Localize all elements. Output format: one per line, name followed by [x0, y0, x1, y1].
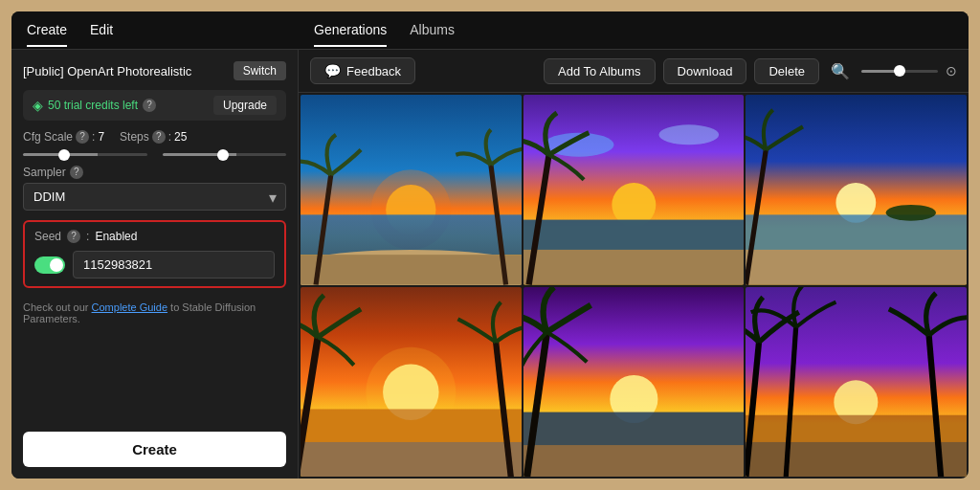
search-icon: 🔍	[831, 63, 850, 79]
add-to-albums-button[interactable]: Add To Albums	[544, 58, 655, 84]
cfg-scale-value: 7	[98, 130, 104, 144]
seed-input[interactable]	[73, 251, 275, 278]
steps-value: 25	[174, 130, 187, 144]
steps-label: Steps ? : 25	[120, 130, 187, 144]
content-toolbar: 💬 Feedback Add To Albums Download Delete…	[299, 50, 969, 93]
sampler-section: Sampler ? DDIM PLMS Euler Euler a	[23, 166, 286, 211]
upgrade-button[interactable]: Upgrade	[213, 96, 277, 115]
seed-input-row	[34, 251, 275, 278]
app-container: Create Edit Generations Albums [Public] …	[11, 11, 969, 479]
svg-rect-24	[301, 409, 522, 447]
svg-rect-13	[523, 250, 745, 285]
credits-icon: ◈	[33, 98, 43, 113]
cfg-slider-row	[23, 153, 286, 156]
svg-rect-25	[301, 441, 522, 477]
steps-slider[interactable]	[163, 153, 287, 156]
image-grid	[299, 93, 969, 479]
svg-point-19	[886, 205, 936, 221]
beach-scene-6	[746, 287, 967, 478]
model-name: [Public] OpenArt Photorealistic	[23, 64, 191, 78]
svg-rect-36	[746, 441, 967, 477]
delete-button[interactable]: Delete	[754, 58, 819, 84]
seed-toggle[interactable]	[34, 256, 65, 274]
svg-point-11	[658, 124, 719, 145]
svg-rect-18	[746, 250, 967, 285]
svg-rect-12	[523, 220, 745, 256]
svg-rect-31	[523, 445, 745, 477]
nav-right: Generations Albums	[299, 14, 969, 47]
feedback-icon: 💬	[324, 63, 341, 78]
svg-rect-30	[523, 412, 745, 447]
nav-left: Create Edit	[11, 14, 299, 47]
sampler-help-icon[interactable]: ?	[70, 166, 83, 179]
sampler-select[interactable]: DDIM PLMS Euler Euler a	[23, 183, 286, 211]
search-icon-button[interactable]: 🔍	[827, 58, 854, 84]
svg-rect-17	[746, 214, 967, 253]
image-item-6[interactable]	[746, 287, 967, 478]
params-row: Cfg Scale ? : 7 Steps ? : 25	[23, 130, 286, 144]
svg-rect-5	[301, 255, 522, 284]
steps-help-icon[interactable]: ?	[152, 130, 166, 144]
beach-scene-5	[523, 287, 745, 478]
seed-label: Seed	[34, 230, 61, 243]
tab-create[interactable]: Create	[27, 14, 67, 47]
top-nav: Create Edit Generations Albums	[11, 11, 969, 50]
svg-rect-3	[301, 214, 522, 255]
beach-scene-4	[301, 287, 522, 478]
tab-albums[interactable]: Albums	[410, 14, 455, 47]
zoom-full-icon[interactable]: ⊙	[946, 63, 957, 78]
sampler-label: Sampler ?	[23, 166, 286, 179]
image-item-5[interactable]	[523, 287, 745, 478]
credits-text: ◈ 50 trial credits left ?	[33, 98, 156, 113]
cfg-scale-label: Cfg Scale ? : 7	[23, 130, 104, 144]
switch-button[interactable]: Switch	[234, 61, 286, 80]
tab-edit[interactable]: Edit	[90, 14, 113, 47]
model-row: [Public] OpenArt Photorealistic Switch	[23, 61, 286, 80]
image-item-1[interactable]	[301, 95, 522, 285]
seed-help-icon[interactable]: ?	[67, 230, 80, 243]
seed-section: Seed ? : Enabled	[23, 220, 286, 288]
main-content: [Public] OpenArt Photorealistic Switch ◈…	[11, 50, 969, 479]
image-item-4[interactable]	[301, 287, 522, 478]
credits-row: ◈ 50 trial credits left ? Upgrade	[23, 90, 286, 121]
image-item-3[interactable]	[746, 95, 967, 285]
seed-status: Enabled	[95, 230, 137, 243]
credits-help-icon[interactable]: ?	[143, 99, 156, 112]
sampler-select-wrapper: DDIM PLMS Euler Euler a	[23, 183, 286, 211]
feedback-button[interactable]: 💬 Feedback	[310, 57, 415, 84]
content-area: 💬 Feedback Add To Albums Download Delete…	[299, 50, 969, 479]
tab-generations[interactable]: Generations	[314, 14, 387, 47]
cfg-scale-slider[interactable]	[23, 153, 147, 156]
beach-scene-3	[746, 95, 967, 285]
sidebar: [Public] OpenArt Photorealistic Switch ◈…	[11, 50, 299, 479]
guide-text: Check out our Complete Guide to Stable D…	[23, 301, 286, 324]
image-item-2[interactable]	[523, 95, 745, 285]
zoom-slider[interactable]	[861, 70, 938, 73]
beach-scene-2	[523, 95, 745, 285]
seed-header: Seed ? : Enabled	[34, 230, 275, 243]
guide-link[interactable]: Complete Guide	[92, 301, 168, 313]
cfg-help-icon[interactable]: ?	[76, 130, 89, 144]
beach-scene-1	[301, 95, 522, 285]
create-button[interactable]: Create	[23, 432, 286, 467]
download-button[interactable]: Download	[663, 58, 747, 84]
